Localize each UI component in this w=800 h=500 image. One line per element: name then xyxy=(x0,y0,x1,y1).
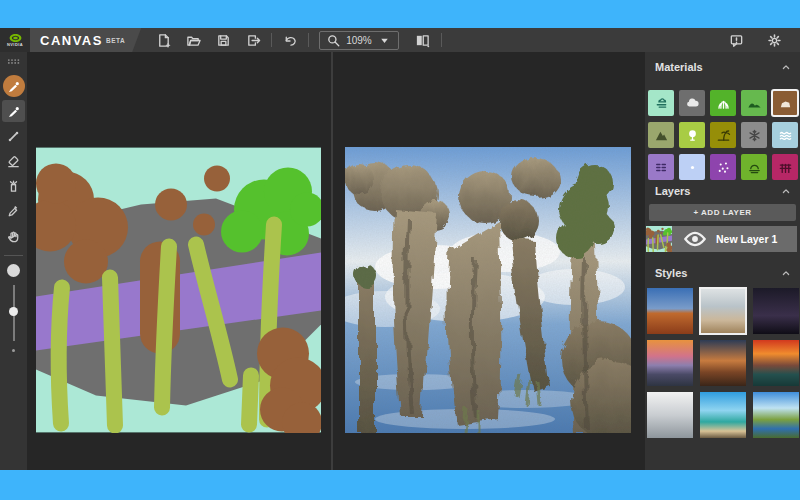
fog-icon xyxy=(685,160,700,175)
nvidia-logo: NVIDIA xyxy=(0,28,30,52)
brush-size-slider[interactable] xyxy=(9,285,18,341)
open-button[interactable] xyxy=(181,30,205,50)
chevron-up-icon[interactable] xyxy=(780,61,792,73)
sidebar-drag-handle[interactable] xyxy=(6,54,21,69)
zoom-level: 109% xyxy=(346,35,372,46)
layer-thumbnail xyxy=(646,226,672,252)
chevron-up-icon[interactable] xyxy=(780,267,792,279)
materials-title: Materials xyxy=(655,61,703,73)
tool-list xyxy=(2,97,25,247)
material-wood[interactable] xyxy=(772,154,798,180)
sky-icon xyxy=(654,96,669,111)
new-file-icon xyxy=(156,33,171,48)
style-cloud-peak[interactable] xyxy=(700,288,746,334)
material-hill[interactable] xyxy=(741,90,767,116)
brand-block: NVIDIA CANVAS BETA xyxy=(0,28,141,52)
layer-name: New Layer 1 xyxy=(716,233,777,245)
material-cloud[interactable] xyxy=(679,90,705,116)
zoom-control[interactable]: 109% xyxy=(319,31,399,50)
undo-button[interactable] xyxy=(278,30,302,50)
style-alpine-peak[interactable] xyxy=(700,340,746,386)
material-sand[interactable] xyxy=(710,122,736,148)
right-panel: Materials Layers + ADD LAYER New Layer 1… xyxy=(645,52,800,470)
save-icon xyxy=(216,33,231,48)
style-tropical-beach[interactable] xyxy=(700,392,746,438)
material-tree[interactable] xyxy=(679,122,705,148)
material-snow[interactable] xyxy=(741,122,767,148)
brush-icon xyxy=(6,79,21,94)
material-sky[interactable] xyxy=(648,90,674,116)
app-window: NVIDIA CANVAS BETA 109% xyxy=(0,28,800,470)
material-mountain[interactable] xyxy=(648,122,674,148)
app-title-block: CANVAS BETA xyxy=(30,28,141,52)
beta-tag: BETA xyxy=(106,37,125,44)
toolbar-separator xyxy=(441,33,442,47)
style-misty-sunrise[interactable] xyxy=(647,340,693,386)
pencil-icon xyxy=(6,129,21,144)
rendered-image xyxy=(345,147,631,433)
layer-visibility-eye-icon[interactable] xyxy=(682,226,708,252)
render-preview xyxy=(345,147,631,433)
split-view-button[interactable] xyxy=(411,30,435,50)
material-rock[interactable] xyxy=(772,90,798,116)
materials-grid xyxy=(648,90,798,180)
style-snow-mountain[interactable] xyxy=(647,392,693,438)
style-desert-mesas[interactable] xyxy=(647,288,693,334)
grass-icon xyxy=(716,96,731,111)
tool-paintbrush[interactable] xyxy=(2,100,25,122)
pan-icon xyxy=(6,229,21,244)
water-icon xyxy=(778,128,793,143)
tool-pencil[interactable] xyxy=(2,125,25,147)
top-toolbar: NVIDIA CANVAS BETA 109% xyxy=(0,28,800,52)
tool-sidebar xyxy=(0,52,27,470)
export-button[interactable] xyxy=(241,30,265,50)
layers-title: Layers xyxy=(655,185,690,197)
paint-canvas[interactable] xyxy=(36,147,321,433)
road-icon xyxy=(654,160,669,175)
style-ocean-sunset[interactable] xyxy=(753,340,799,386)
active-material-swatch[interactable] xyxy=(3,75,25,97)
canvas-area xyxy=(27,52,645,470)
eyedropper-icon xyxy=(6,204,21,219)
layer-row[interactable]: New Layer 1 xyxy=(646,226,797,252)
feedback-button[interactable] xyxy=(724,30,748,50)
split-view-icon xyxy=(415,33,430,48)
caret-down-icon xyxy=(377,33,392,48)
tool-fill[interactable] xyxy=(2,175,25,197)
grip-icon xyxy=(6,54,21,69)
styles-header: Styles xyxy=(655,266,792,280)
material-water[interactable] xyxy=(772,122,798,148)
open-folder-icon xyxy=(186,33,201,48)
material-fog[interactable] xyxy=(679,154,705,180)
styles-title: Styles xyxy=(655,267,687,279)
tree-icon xyxy=(685,128,700,143)
settings-button[interactable] xyxy=(762,30,786,50)
toolbar-separator xyxy=(271,33,272,47)
sidebar-divider xyxy=(4,255,23,256)
save-button[interactable] xyxy=(211,30,235,50)
cloud-icon xyxy=(685,96,700,111)
tool-eraser[interactable] xyxy=(2,150,25,172)
material-grass[interactable] xyxy=(710,90,736,116)
material-flower[interactable] xyxy=(710,154,736,180)
snow-icon xyxy=(747,128,762,143)
wood-icon xyxy=(778,160,793,175)
tool-pan[interactable] xyxy=(2,225,25,247)
material-bush[interactable] xyxy=(741,154,767,180)
materials-header: Materials xyxy=(655,60,792,74)
style-mountain-lake[interactable] xyxy=(753,392,799,438)
slider-thumb[interactable] xyxy=(9,307,18,316)
style-night-sky[interactable] xyxy=(753,288,799,334)
fill-icon xyxy=(6,179,21,194)
new-file-button[interactable] xyxy=(151,30,175,50)
gear-icon xyxy=(767,33,782,48)
material-road[interactable] xyxy=(648,154,674,180)
nvidia-wordmark: NVIDIA xyxy=(7,43,23,47)
add-layer-button[interactable]: + ADD LAYER xyxy=(649,204,796,221)
canvas-split-divider[interactable] xyxy=(331,52,333,470)
brush-size-preview xyxy=(7,264,20,277)
magnifier-icon xyxy=(326,33,341,48)
tool-eyedropper[interactable] xyxy=(2,200,25,222)
flower-icon xyxy=(716,160,731,175)
chevron-up-icon[interactable] xyxy=(780,185,792,197)
